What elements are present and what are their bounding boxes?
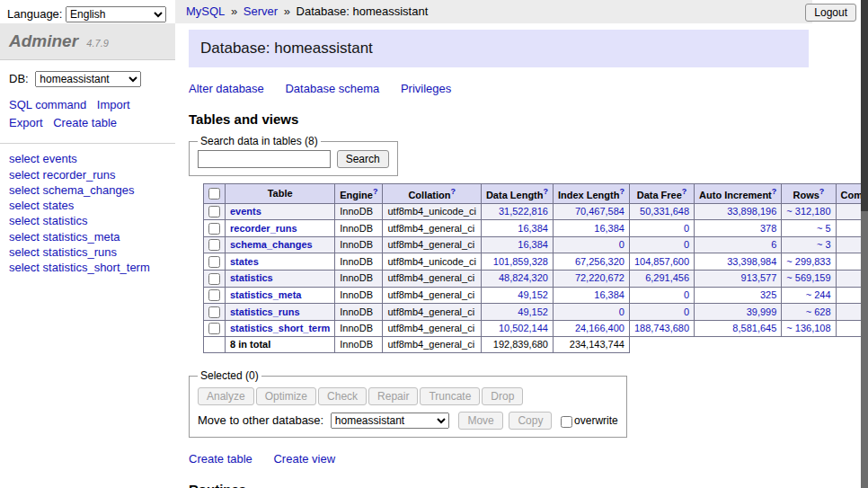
rows-link[interactable]: ~ 569,159 — [786, 272, 830, 283]
sidebar-action-import[interactable]: Import — [97, 98, 130, 111]
table-link[interactable]: events — [230, 206, 261, 217]
move-db-select[interactable]: homeassistant — [331, 413, 449, 429]
table-link[interactable]: statistics_meta — [230, 289, 302, 300]
table-link[interactable]: statistics_short_term — [230, 323, 330, 333]
rows-link[interactable]: ~ 244 — [806, 289, 831, 300]
row-checkbox[interactable] — [208, 273, 220, 285]
move-button[interactable]: Move — [458, 412, 502, 430]
index-length-link[interactable]: 72,220,672 — [575, 272, 624, 283]
data-length-link[interactable]: 49,152 — [518, 306, 548, 317]
data-free-link[interactable]: 0 — [684, 289, 689, 300]
copy-button[interactable]: Copy — [509, 412, 552, 430]
table-link[interactable]: recorder_runs — [230, 223, 297, 234]
analyze-button[interactable]: Analyze — [198, 387, 254, 405]
auto-increment-link[interactable]: 8,581,645 — [732, 323, 776, 333]
data-length-link[interactable]: 31,522,816 — [499, 206, 548, 217]
data-free-link[interactable]: 0 — [684, 306, 689, 317]
create-link-create-view[interactable]: Create view — [273, 452, 335, 466]
data-free-link[interactable]: 104,857,600 — [634, 256, 689, 267]
sidebar-link-select-recorder-runs[interactable]: select recorder_runs — [9, 168, 116, 182]
row-checkbox[interactable] — [208, 323, 220, 334]
index-length-link[interactable]: 16,384 — [594, 289, 624, 300]
row-checkbox[interactable] — [208, 306, 220, 318]
auto-increment-link[interactable]: 378 — [760, 223, 776, 234]
db-link-database-schema[interactable]: Database schema — [285, 82, 379, 95]
rows-link[interactable]: ~ 628 — [806, 306, 831, 317]
row-checkbox[interactable] — [208, 223, 220, 235]
language-select[interactable]: English — [66, 6, 166, 22]
index-length-link[interactable]: 0 — [619, 239, 624, 250]
help-link[interactable]: ? — [543, 187, 548, 196]
db-link-privileges[interactable]: Privileges — [401, 82, 451, 95]
table-link[interactable]: statistics_runs — [230, 306, 300, 317]
auto-increment-link[interactable]: 39,999 — [747, 306, 777, 317]
data-free-link[interactable]: 188,743,680 — [634, 323, 689, 333]
sidebar-link-select-statistics-runs[interactable]: select statistics_runs — [9, 245, 117, 259]
index-length-link[interactable]: 16,384 — [594, 223, 624, 234]
rows-link[interactable]: ~ 312,180 — [786, 206, 830, 217]
data-length-link[interactable]: 101,859,328 — [493, 256, 548, 267]
row-checkbox[interactable] — [208, 239, 220, 251]
row-checkbox[interactable] — [208, 289, 220, 301]
data-length-link[interactable]: 48,824,320 — [499, 272, 548, 283]
sidebar-link-select-statistics-short-term[interactable]: select statistics_short_term — [9, 261, 150, 274]
row-checkbox[interactable] — [208, 206, 220, 217]
sidebar-action-create-table[interactable]: Create table — [53, 116, 117, 129]
db-link-alter-database[interactable]: Alter database — [189, 82, 264, 95]
index-length-link[interactable]: 24,166,400 — [575, 323, 624, 333]
auto-increment-link[interactable]: 33,898,196 — [727, 206, 776, 217]
table-link[interactable]: schema_changes — [230, 239, 313, 250]
data-free-link[interactable]: 0 — [684, 223, 689, 234]
data-length-link[interactable]: 49,152 — [518, 289, 548, 300]
rows-link[interactable]: ~ 136,108 — [786, 323, 830, 333]
sidebar-link-select-events[interactable]: select events — [9, 152, 77, 165]
select-all-checkbox[interactable] — [208, 188, 220, 200]
rows-link[interactable]: ~ 299,833 — [786, 256, 830, 267]
repair-button[interactable]: Repair — [368, 387, 418, 405]
auto-increment-link[interactable]: 6 — [771, 239, 776, 250]
search-button[interactable]: Search — [337, 150, 389, 168]
auto-increment-link[interactable]: 33,398,984 — [727, 256, 776, 267]
data-free-link[interactable]: 0 — [684, 239, 689, 250]
data-free-link[interactable]: 6,291,456 — [645, 272, 689, 283]
row-checkbox[interactable] — [208, 256, 220, 268]
sidebar-link-select-statistics[interactable]: select statistics — [9, 214, 87, 227]
data-free-link[interactable]: 50,331,648 — [640, 206, 689, 217]
drop-button[interactable]: Drop — [482, 387, 523, 405]
sidebar-link-select-schema-changes[interactable]: select schema_changes — [9, 183, 134, 197]
breadcrumb-item-mysql[interactable]: MySQL — [186, 4, 225, 18]
truncate-button[interactable]: Truncate — [420, 387, 480, 405]
auto-increment-link[interactable]: 325 — [760, 289, 776, 300]
check-button[interactable]: Check — [318, 387, 367, 405]
data-length-link[interactable]: 10,502,144 — [499, 323, 548, 333]
search-input[interactable] — [198, 150, 331, 168]
data-length-link[interactable]: 16,384 — [518, 223, 548, 234]
help-link[interactable]: ? — [819, 187, 825, 196]
optimize-button[interactable]: Optimize — [256, 387, 316, 405]
auto-increment-link[interactable]: 913,577 — [741, 272, 777, 283]
help-link[interactable]: ? — [619, 187, 624, 196]
vertical-scrollbar[interactable] — [861, 0, 868, 488]
help-link[interactable]: ? — [772, 187, 777, 196]
help-link[interactable]: ? — [682, 187, 687, 196]
table-link[interactable]: states — [230, 256, 259, 267]
adminer-brand-link[interactable]: Adminer — [9, 31, 78, 50]
index-length-link[interactable]: 70,467,584 — [575, 206, 624, 217]
sidebar-link-select-states[interactable]: select states — [9, 199, 74, 212]
sidebar-action-sql-command[interactable]: SQL command — [9, 98, 86, 111]
rows-link[interactable]: ~ 5 — [817, 223, 831, 234]
sidebar-link-select-statistics-meta[interactable]: select statistics_meta — [9, 230, 120, 244]
help-link[interactable]: ? — [373, 187, 378, 196]
rows-link[interactable]: ~ 3 — [817, 239, 831, 250]
create-link-create-table[interactable]: Create table — [189, 452, 252, 466]
index-length-link[interactable]: 67,256,320 — [575, 256, 624, 267]
scrollbar-thumb[interactable] — [861, 0, 868, 211]
index-length-link[interactable]: 0 — [619, 306, 624, 317]
db-select[interactable]: homeassistant — [35, 71, 141, 87]
breadcrumb-item-server[interactable]: Server — [244, 4, 278, 18]
overwrite-checkbox[interactable] — [561, 416, 572, 428]
logout-button[interactable]: Logout — [805, 4, 856, 22]
sidebar-action-export[interactable]: Export — [9, 116, 43, 129]
table-link[interactable]: statistics — [230, 272, 273, 283]
help-link[interactable]: ? — [450, 187, 456, 196]
